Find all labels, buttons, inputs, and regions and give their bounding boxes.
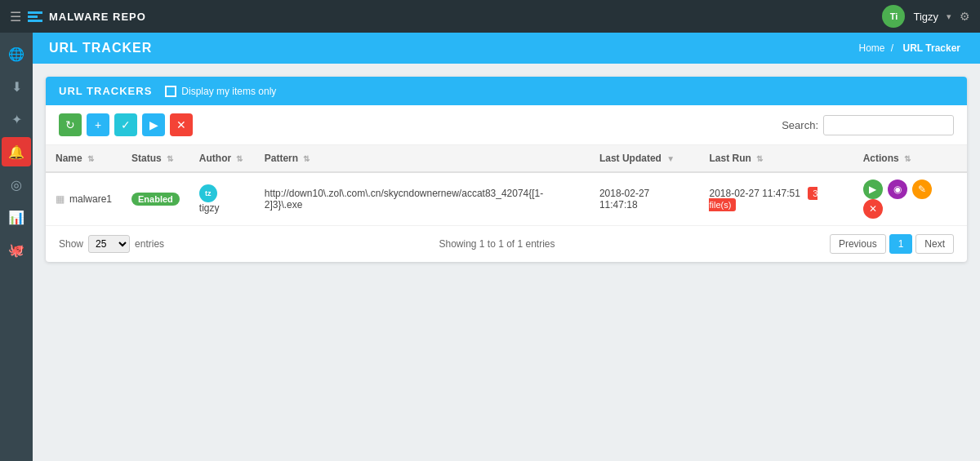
top-nav: ☰ MALWARE REPO Ti Tigzy ▾ ⚙ [0,0,980,33]
showing-text: Showing 1 to 1 of 1 entries [439,238,555,250]
action-delete-button[interactable]: ✕ [863,199,883,219]
pagination: Previous 1 Next [830,234,954,254]
toolbar-left: ↻ + ✓ ▶ ✕ [59,113,193,136]
refresh-button[interactable]: ↻ [59,113,82,136]
breadcrumb-separator: / [891,42,893,54]
card-header: URL TRACKERS Display my items only [46,77,967,105]
avatar: Ti [882,5,905,28]
sort-name-icon: ⇅ [87,154,94,163]
action-view-button[interactable]: ◉ [888,180,907,199]
delete-button[interactable]: ✕ [170,113,193,136]
col-author[interactable]: Author ⇅ [189,145,255,172]
col-last-updated[interactable]: Last Updated ▼ [590,145,700,172]
sort-updated-icon: ▼ [666,154,675,163]
col-last-run[interactable]: Last Run ⇅ [699,145,853,172]
action-play-button[interactable]: ▶ [863,180,883,199]
adl-logo [28,11,42,22]
play-button[interactable]: ▶ [142,113,165,136]
cell-last-run: 2018-02-27 11:47:51 3 file(s) [699,172,853,226]
breadcrumb-current: URL Tracker [903,42,960,54]
entries-select[interactable]: 25 50 100 [88,235,130,253]
author-avatar: tz [199,184,217,202]
checkbox-icon [165,86,176,97]
cell-last-updated: 2018-02-27 11:47:18 [590,172,700,226]
cell-status: Enabled [122,172,189,226]
gear-icon[interactable]: ⚙ [960,10,970,23]
prev-button[interactable]: Previous [830,234,886,254]
cell-pattern: http://down10\.zol\.com\.cn/skycndownern… [255,172,590,226]
url-trackers-table: Name ⇅ Status ⇅ Author ⇅ Pattern ⇅ Last … [46,145,967,226]
topnav-right: Ti Tigzy ▾ ⚙ [882,5,970,28]
sidebar-item-circle[interactable]: ◎ [2,170,31,199]
action-edit-button[interactable]: ✎ [912,180,932,199]
next-button[interactable]: Next [915,234,954,254]
cell-author: tz tigzy [189,172,255,226]
table-header: Name ⇅ Status ⇅ Author ⇅ Pattern ⇅ Last … [46,145,967,172]
toolbar: ↻ + ✓ ▶ ✕ Search: [46,105,967,145]
files-badge: 3 file(s) [709,187,817,211]
page-header: URL TRACKER Home / URL Tracker [33,33,980,64]
display-my-items-toggle[interactable]: Display my items only [165,86,276,97]
display-my-items-label: Display my items only [181,86,276,97]
main-content: URL TRACKER Home / URL Tracker URL TRACK… [33,33,980,461]
sort-actions-icon: ⇅ [904,154,911,163]
card-header-title: URL TRACKERS [59,85,152,97]
user-name[interactable]: Tigzy [913,11,938,23]
sidebar-item-star[interactable]: ✦ [2,104,31,134]
brand-title: MALWARE REPO [49,11,146,23]
main-card: URL TRACKERS Display my items only ↻ + ✓… [46,77,967,262]
content-area: URL TRACKERS Display my items only ↻ + ✓… [33,64,980,461]
page-1-button[interactable]: 1 [889,234,913,254]
breadcrumb: Home / URL Tracker [858,42,964,54]
add-button[interactable]: + [87,113,109,136]
entries-label: entries [135,238,164,250]
breadcrumb-home[interactable]: Home [858,42,884,54]
page-title: URL TRACKER [49,41,152,55]
check-button[interactable]: ✓ [114,113,137,136]
show-entries: Show 25 50 100 entries [59,235,164,253]
sort-author-icon: ⇅ [236,154,243,163]
author-name: tigzy [199,202,220,214]
sidebar: 🌐 ⬇ ✦ 🔔 ◎ 📊 🐙 [0,33,33,461]
col-actions[interactable]: Actions ⇅ [853,145,967,172]
sidebar-item-download[interactable]: ⬇ [2,72,31,101]
grid-icon: ▦ [56,193,65,205]
sort-run-icon: ⇅ [756,154,763,163]
sidebar-item-notification[interactable]: 🔔 [2,137,31,166]
toolbar-right: Search: [782,115,954,135]
cell-name: ▦ malware1 [46,172,122,226]
status-badge: Enabled [131,193,180,206]
topnav-left: ☰ MALWARE REPO [10,9,146,24]
sidebar-item-chart[interactable]: 📊 [2,202,31,232]
search-label: Search: [782,119,818,131]
col-pattern[interactable]: Pattern ⇅ [255,145,590,172]
hamburger-icon[interactable]: ☰ [10,9,21,24]
sort-status-icon: ⇅ [167,154,173,163]
show-label: Show [59,238,83,250]
sidebar-item-github[interactable]: 🐙 [2,235,31,264]
sort-pattern-icon: ⇅ [303,154,310,163]
col-name[interactable]: Name ⇅ [46,145,122,172]
layout: 🌐 ⬇ ✦ 🔔 ◎ 📊 🐙 URL TRACKER Home / URL Tra… [0,33,980,461]
table-body: ▦ malware1 Enabled tz tigzy http://down1… [46,172,967,226]
user-dropdown-arrow[interactable]: ▾ [947,11,951,22]
cell-actions: ▶ ◉ ✎ ✕ [853,172,967,226]
search-input[interactable] [823,115,954,135]
tracker-name: malware1 [69,193,112,205]
table-row: ▦ malware1 Enabled tz tigzy http://down1… [46,172,967,226]
col-status[interactable]: Status ⇅ [122,145,189,172]
card-footer: Show 25 50 100 entries Showing 1 to 1 of… [46,226,967,262]
sidebar-item-dashboard[interactable]: 🌐 [2,39,31,69]
